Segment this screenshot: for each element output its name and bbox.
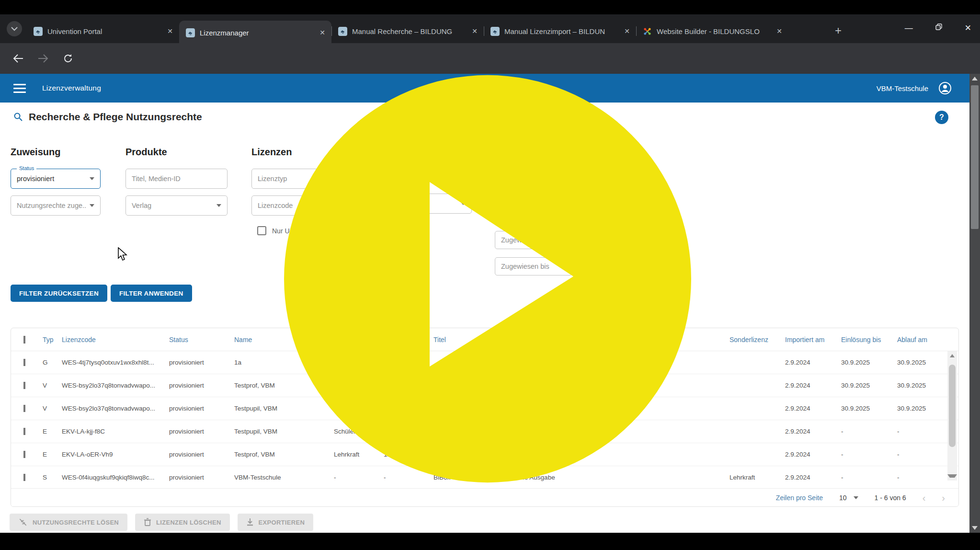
filter-reset-button[interactable]: FILTER ZURÜCKSETZEN	[11, 285, 107, 302]
help-button[interactable]: ?	[935, 111, 948, 124]
row-checkbox-cell[interactable]	[23, 474, 43, 481]
table-cell: S	[43, 474, 62, 481]
caret-down-icon	[854, 496, 858, 499]
table-row[interactable]: SWES-0f4iuqgskuf9qkiqf8iwq8c...provision…	[11, 466, 958, 489]
close-tab-icon[interactable]: ✕	[775, 27, 784, 35]
row-checkbox-cell[interactable]	[23, 405, 43, 412]
caret-down-icon	[461, 202, 466, 205]
browser-tab-4[interactable]: Website Builder - BILDUNGSLO✕	[636, 21, 788, 42]
close-tab-icon[interactable]: ✕	[166, 27, 174, 35]
table-cell: WES-4tj7tysq0otxuv1wx8xhl8t...	[62, 359, 169, 366]
table-cell: -	[841, 451, 897, 458]
caret-down-icon	[90, 177, 94, 180]
table-cell: 2.9.2024	[785, 451, 841, 458]
page-scrollbar[interactable]	[969, 74, 980, 533]
license-code-input[interactable]: Lizenzcode	[251, 195, 355, 216]
select-all-checkbox[interactable]	[23, 336, 25, 344]
scroll-up-icon[interactable]	[950, 354, 955, 357]
table-row[interactable]: EEKV-LA-kjj-f8CprovisioniertTestpupil, V…	[11, 420, 958, 443]
close-tab-icon[interactable]: ✕	[470, 27, 479, 35]
row-checkbox[interactable]	[23, 451, 25, 458]
row-checkbox[interactable]	[23, 382, 25, 389]
reload-button[interactable]	[60, 51, 76, 66]
license-type-input[interactable]: Lizenztyp	[251, 169, 355, 189]
maximize-icon	[935, 23, 943, 31]
table-scrollbar[interactable]	[947, 351, 957, 481]
table-row[interactable]: GWES-4tj7tysq0otxuv1wx8xhl8t...provision…	[11, 351, 958, 374]
back-icon	[13, 54, 23, 63]
table-cell: Testpupil, VBM	[234, 428, 334, 435]
status-value: provisioniert	[17, 175, 87, 183]
delete-licenses-button[interactable]: LIZENZEN LÖSCHEN	[135, 514, 230, 531]
table-cell: -	[334, 474, 384, 481]
previous-page-button[interactable]: ‹	[923, 493, 926, 503]
status-select[interactable]: Status provisioniert	[11, 169, 101, 189]
row-checkbox[interactable]	[23, 359, 25, 366]
browser-tabstrip: Univention Portal✕Lizenzmanager✕Manual R…	[0, 14, 980, 43]
export-button[interactable]: EXPORTIEREN	[238, 514, 313, 531]
row-checkbox-cell[interactable]	[23, 428, 43, 435]
account-icon[interactable]	[939, 82, 951, 94]
window-controls: — ✕	[905, 23, 971, 33]
close-tab-icon[interactable]: ✕	[623, 27, 631, 35]
section-lizenzen: Lizenzen	[251, 147, 292, 158]
close-window-button[interactable]: ✕	[965, 23, 971, 33]
hamburger-menu-icon[interactable]	[13, 84, 26, 93]
table-row[interactable]: VWES-bsy2lo37q8tonvadvwapo...provisionie…	[11, 397, 958, 420]
tab-title: Lizenzmanager	[200, 29, 318, 37]
browser-tab-1[interactable]: Lizenzmanager✕	[179, 21, 331, 45]
row-checkbox-cell[interactable]	[23, 382, 43, 389]
row-checkbox[interactable]	[23, 428, 25, 435]
browser-tab-2[interactable]: Manual Recherche – BILDUNG✕	[331, 21, 484, 42]
new-tab-button[interactable]: +	[831, 24, 845, 38]
table-header-row: TypLizenzcodeStatusNameTitelSonderlizenz…	[11, 328, 958, 351]
tab-search-button[interactable]	[7, 21, 22, 36]
table-cell: Testpupil, VBM	[234, 405, 334, 412]
checkbox-icon	[257, 226, 266, 235]
row-checkbox[interactable]	[23, 474, 25, 481]
scroll-down-icon[interactable]	[947, 474, 957, 478]
scroll-down-icon[interactable]	[972, 526, 978, 530]
column-header: Status	[169, 336, 234, 344]
minimize-button[interactable]: —	[905, 23, 913, 33]
close-tab-icon[interactable]: ✕	[318, 29, 327, 36]
only-filter-checkbox[interactable]: Nur U	[257, 226, 290, 235]
table-row[interactable]: VWES-bsy2lo37q8tonvadvwapo...provisionie…	[11, 374, 958, 397]
next-page-button[interactable]: ›	[942, 493, 945, 503]
column-header: Typ	[43, 336, 62, 344]
table-cell: provisioniert	[169, 474, 234, 481]
title-media-input[interactable]: Titel, Medien-ID	[125, 169, 228, 189]
table-cell: Lehrkraft	[334, 451, 384, 458]
back-button[interactable]	[11, 51, 26, 66]
assigned-until-input[interactable]: Zugewiesen bis	[495, 257, 572, 275]
chevron-down-icon	[11, 27, 18, 31]
school-name: VBM-Testschule	[877, 84, 928, 92]
app-bar: Lizenzverwaltung VBM-Testschule	[0, 74, 980, 103]
usage-rights-select[interactable]: Nutzungsrechte zuge...	[11, 195, 101, 216]
scroll-up-icon[interactable]	[972, 77, 978, 80]
browser-tab-3[interactable]: Manual Lizenzimport – BILDUN✕	[484, 21, 636, 42]
hidden-filter-select[interactable]	[376, 194, 472, 214]
rows-per-page-select[interactable]: 10	[839, 494, 858, 502]
maximize-button[interactable]	[935, 23, 943, 33]
assigned-on-input[interactable]: Zugewi	[495, 231, 572, 249]
joomla-favicon	[643, 27, 652, 36]
header-checkbox-cell[interactable]	[23, 336, 43, 344]
row-checkbox-cell[interactable]	[23, 451, 43, 458]
table-cell: WES-0f4iuqgskuf9qkiqf8iwq8c...	[62, 474, 169, 481]
row-checkbox[interactable]	[23, 405, 25, 412]
table-scrollbar-thumb[interactable]	[949, 365, 956, 447]
table-cell: WES-bsy2lo37q8tonvadvwapo...	[62, 382, 169, 389]
table-cell: EKV-LA-oER-Vh9	[62, 451, 169, 458]
browser-tab-0[interactable]: Univention Portal✕	[27, 21, 179, 42]
row-checkbox-cell[interactable]	[23, 359, 43, 366]
page-scrollbar-thumb[interactable]	[971, 85, 979, 229]
release-usage-rights-button[interactable]: NUTZUNGSRECHTE LÖSEN	[10, 514, 127, 531]
filter-apply-button[interactable]: FILTER ANWENDEN	[111, 285, 192, 302]
forward-button[interactable]	[35, 51, 51, 66]
publisher-select[interactable]: Verlag	[125, 195, 228, 216]
status-label: Status	[17, 165, 36, 171]
unlink-icon	[18, 517, 28, 527]
table-cell: -	[841, 474, 897, 481]
table-row[interactable]: EEKV-LA-oER-Vh9provisioniertTestprof, VB…	[11, 443, 958, 466]
